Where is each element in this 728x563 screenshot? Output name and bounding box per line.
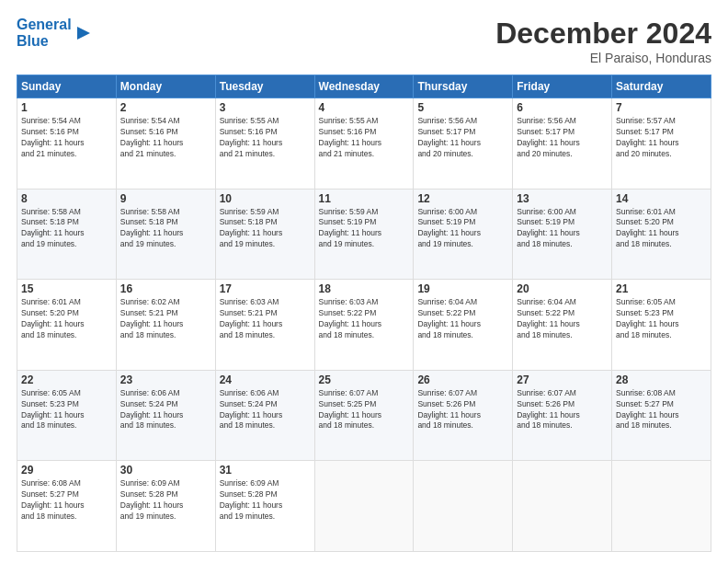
day-number: 1 (21, 101, 112, 114)
day-info: Sunrise: 5:54 AM Sunset: 5:16 PM Dayligh… (21, 116, 112, 160)
day-info: Sunrise: 6:05 AM Sunset: 5:23 PM Dayligh… (616, 297, 707, 341)
calendar-day-cell: 9Sunrise: 5:58 AM Sunset: 5:18 PM Daylig… (116, 189, 215, 280)
calendar-day-cell: 17Sunrise: 6:03 AM Sunset: 5:21 PM Dayli… (215, 280, 314, 371)
calendar-day-cell: 28Sunrise: 6:08 AM Sunset: 5:27 PM Dayli… (612, 370, 711, 461)
day-info: Sunrise: 6:09 AM Sunset: 5:28 PM Dayligh… (120, 478, 211, 523)
day-info: Sunrise: 5:54 AM Sunset: 5:16 PM Dayligh… (120, 116, 211, 160)
calendar-day-cell: 30Sunrise: 6:09 AM Sunset: 5:28 PM Dayli… (116, 461, 215, 552)
day-info: Sunrise: 5:57 AM Sunset: 5:17 PM Dayligh… (616, 116, 707, 160)
day-number: 25 (319, 373, 410, 386)
day-info: Sunrise: 6:07 AM Sunset: 5:26 PM Dayligh… (417, 388, 508, 432)
calendar-day-cell: 18Sunrise: 6:03 AM Sunset: 5:22 PM Dayli… (314, 280, 414, 371)
day-number: 29 (21, 464, 112, 477)
calendar-week-row: 8Sunrise: 5:58 AM Sunset: 5:18 PM Daylig… (17, 189, 711, 280)
calendar-day-cell: 20Sunrise: 6:04 AM Sunset: 5:22 PM Dayli… (513, 280, 612, 371)
calendar-day-cell: 23Sunrise: 6:06 AM Sunset: 5:24 PM Dayli… (116, 370, 215, 461)
day-number: 22 (21, 373, 112, 386)
day-number: 5 (417, 101, 508, 114)
day-number: 27 (517, 373, 608, 386)
day-number: 3 (220, 101, 311, 114)
logo-arrow-icon (74, 23, 94, 43)
day-info: Sunrise: 6:07 AM Sunset: 5:25 PM Dayligh… (319, 388, 410, 432)
calendar-day-cell: 10Sunrise: 5:59 AM Sunset: 5:18 PM Dayli… (215, 189, 314, 280)
day-info: Sunrise: 5:58 AM Sunset: 5:18 PM Dayligh… (120, 207, 211, 251)
day-number: 14 (616, 192, 707, 205)
day-number: 24 (220, 373, 311, 386)
calendar-day-cell: 13Sunrise: 6:00 AM Sunset: 5:19 PM Dayli… (513, 189, 612, 280)
calendar-day-cell: 2Sunrise: 5:54 AM Sunset: 5:16 PM Daylig… (116, 98, 215, 190)
calendar-day-header: Monday (116, 75, 215, 98)
day-number: 2 (120, 101, 211, 114)
calendar-day-cell: 1Sunrise: 5:54 AM Sunset: 5:16 PM Daylig… (17, 98, 117, 190)
calendar-day-cell: 16Sunrise: 6:02 AM Sunset: 5:21 PM Dayli… (116, 280, 215, 371)
day-number: 21 (616, 282, 707, 295)
calendar-day-cell: 22Sunrise: 6:05 AM Sunset: 5:23 PM Dayli… (17, 370, 117, 461)
calendar-day-cell: 24Sunrise: 6:06 AM Sunset: 5:24 PM Dayli… (215, 370, 314, 461)
calendar-day-cell: 6Sunrise: 5:56 AM Sunset: 5:17 PM Daylig… (513, 98, 612, 190)
day-number: 18 (319, 282, 410, 295)
day-info: Sunrise: 6:09 AM Sunset: 5:28 PM Dayligh… (220, 478, 311, 523)
calendar-week-row: 1Sunrise: 5:54 AM Sunset: 5:16 PM Daylig… (17, 98, 711, 190)
day-info: Sunrise: 6:07 AM Sunset: 5:26 PM Dayligh… (517, 388, 608, 432)
calendar-day-cell: 19Sunrise: 6:04 AM Sunset: 5:22 PM Dayli… (414, 280, 513, 371)
day-info: Sunrise: 5:56 AM Sunset: 5:17 PM Dayligh… (517, 116, 608, 160)
calendar-table: SundayMondayTuesdayWednesdayThursdayFrid… (17, 75, 711, 552)
calendar-day-cell: 11Sunrise: 5:59 AM Sunset: 5:19 PM Dayli… (314, 189, 414, 280)
day-info: Sunrise: 6:02 AM Sunset: 5:21 PM Dayligh… (120, 297, 211, 341)
day-info: Sunrise: 6:03 AM Sunset: 5:22 PM Dayligh… (319, 297, 410, 341)
day-number: 7 (616, 101, 707, 114)
calendar-day-cell: 26Sunrise: 6:07 AM Sunset: 5:26 PM Dayli… (414, 370, 513, 461)
calendar-day-cell: 4Sunrise: 5:55 AM Sunset: 5:16 PM Daylig… (314, 98, 414, 190)
calendar-header-row: SundayMondayTuesdayWednesdayThursdayFrid… (17, 75, 711, 98)
day-number: 30 (120, 464, 211, 477)
day-info: Sunrise: 5:59 AM Sunset: 5:19 PM Dayligh… (319, 207, 410, 251)
day-info: Sunrise: 6:06 AM Sunset: 5:24 PM Dayligh… (120, 388, 211, 432)
day-number: 16 (120, 282, 211, 295)
calendar-day-header: Thursday (414, 75, 513, 98)
calendar-day-header: Wednesday (314, 75, 414, 98)
day-info: Sunrise: 6:06 AM Sunset: 5:24 PM Dayligh… (220, 388, 311, 432)
day-info: Sunrise: 5:55 AM Sunset: 5:16 PM Dayligh… (220, 116, 311, 160)
calendar-day-cell: 31Sunrise: 6:09 AM Sunset: 5:28 PM Dayli… (215, 461, 314, 552)
day-number: 4 (319, 101, 410, 114)
calendar-day-cell (513, 461, 612, 552)
day-info: Sunrise: 6:03 AM Sunset: 5:21 PM Dayligh… (220, 297, 311, 341)
day-number: 6 (517, 101, 608, 114)
svg-marker-0 (77, 27, 90, 40)
day-info: Sunrise: 6:00 AM Sunset: 5:19 PM Dayligh… (517, 207, 608, 251)
day-number: 12 (417, 192, 508, 205)
calendar-day-cell: 7Sunrise: 5:57 AM Sunset: 5:17 PM Daylig… (612, 98, 711, 190)
day-number: 15 (21, 282, 112, 295)
day-info: Sunrise: 6:08 AM Sunset: 5:27 PM Dayligh… (616, 388, 707, 432)
day-number: 9 (120, 192, 211, 205)
day-number: 17 (220, 282, 311, 295)
day-info: Sunrise: 6:01 AM Sunset: 5:20 PM Dayligh… (616, 207, 707, 251)
day-number: 28 (616, 373, 707, 386)
calendar-week-row: 29Sunrise: 6:08 AM Sunset: 5:27 PM Dayli… (17, 461, 711, 552)
calendar-day-cell: 8Sunrise: 5:58 AM Sunset: 5:18 PM Daylig… (17, 189, 117, 280)
day-info: Sunrise: 6:04 AM Sunset: 5:22 PM Dayligh… (417, 297, 508, 341)
day-number: 23 (120, 373, 211, 386)
location: El Paraiso, Honduras (495, 51, 711, 65)
day-info: Sunrise: 5:59 AM Sunset: 5:18 PM Dayligh… (220, 207, 311, 251)
header: General Blue December 2024 El Paraiso, H… (17, 17, 711, 65)
day-info: Sunrise: 6:08 AM Sunset: 5:27 PM Dayligh… (21, 478, 112, 523)
calendar-week-row: 15Sunrise: 6:01 AM Sunset: 5:20 PM Dayli… (17, 280, 711, 371)
calendar-day-cell (612, 461, 711, 552)
day-number: 8 (21, 192, 112, 205)
day-info: Sunrise: 5:58 AM Sunset: 5:18 PM Dayligh… (21, 207, 112, 251)
page: General Blue December 2024 El Paraiso, H… (0, 0, 728, 563)
logo: General Blue (17, 17, 94, 49)
month-title: December 2024 (495, 17, 711, 51)
calendar-week-row: 22Sunrise: 6:05 AM Sunset: 5:23 PM Dayli… (17, 370, 711, 461)
calendar-day-header: Saturday (612, 75, 711, 98)
day-number: 20 (517, 282, 608, 295)
calendar-day-cell: 12Sunrise: 6:00 AM Sunset: 5:19 PM Dayli… (414, 189, 513, 280)
day-info: Sunrise: 6:04 AM Sunset: 5:22 PM Dayligh… (517, 297, 608, 341)
day-number: 19 (417, 282, 508, 295)
calendar-day-cell: 21Sunrise: 6:05 AM Sunset: 5:23 PM Dayli… (612, 280, 711, 371)
title-block: December 2024 El Paraiso, Honduras (495, 17, 711, 65)
calendar-day-header: Sunday (17, 75, 117, 98)
day-number: 31 (220, 464, 311, 477)
day-number: 11 (319, 192, 410, 205)
